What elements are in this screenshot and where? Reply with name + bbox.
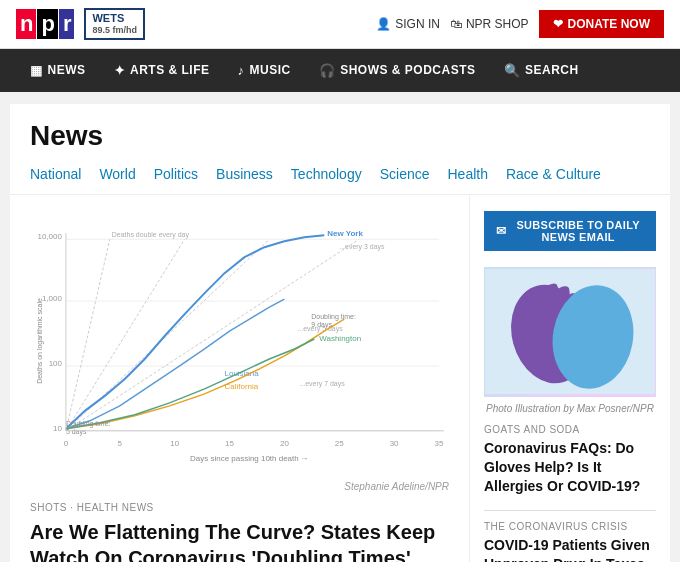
- svg-text:0: 0: [64, 439, 69, 448]
- svg-text:35: 35: [435, 439, 444, 448]
- chart-container: Deaths on logarithmic scale 10,000 1,000…: [30, 211, 449, 471]
- article2-category: THE CORONAVIRUS CRISIS: [484, 521, 656, 532]
- header-actions: 👤 SIGN IN 🛍 NPR SHOP ❤ DONATE NOW: [376, 10, 664, 38]
- tab-national[interactable]: National: [30, 164, 81, 184]
- svg-text:Deaths double every day: Deaths double every day: [112, 231, 190, 239]
- svg-text:15: 15: [225, 439, 234, 448]
- npr-logo[interactable]: n p r: [16, 9, 74, 39]
- article2-title[interactable]: COVID-19 Patients Given Unproven Drug In…: [484, 536, 656, 562]
- svg-text:Doubling time:: Doubling time:: [311, 313, 356, 321]
- tab-politics[interactable]: Politics: [154, 164, 198, 184]
- svg-text:California: California: [225, 382, 259, 391]
- main-article-title[interactable]: Are We Flattening The Curve? States Keep…: [30, 519, 449, 562]
- main-article-category: SHOTS · HEALTH NEWS: [30, 502, 449, 513]
- site-header: n p r WETS 89.5 fm/hd 👤 SIGN IN 🛍 NPR SH…: [0, 0, 680, 49]
- coronavirus-chart: Deaths on logarithmic scale 10,000 1,000…: [30, 211, 449, 471]
- nav-search-label: SEARCH: [525, 63, 579, 77]
- music-icon: ♪: [238, 63, 245, 78]
- subscribe-label: SUBSCRIBE TO DAILY NEWS EMAIL: [512, 219, 644, 243]
- svg-text:10: 10: [53, 424, 62, 433]
- tab-science[interactable]: Science: [380, 164, 430, 184]
- article-divider: [484, 510, 656, 511]
- tab-health[interactable]: Health: [448, 164, 488, 184]
- svg-text:20: 20: [280, 439, 289, 448]
- nav-music-label: MUSIC: [250, 63, 291, 77]
- wets-name: WETS: [92, 12, 124, 24]
- svg-text:30: 30: [390, 439, 399, 448]
- wets-freq: 89.5 fm/hd: [92, 25, 137, 36]
- article1-title[interactable]: Coronavirus FAQs: Do Gloves Help? Is It …: [484, 439, 656, 496]
- svg-text:Deaths on logarithmic scale: Deaths on logarithmic scale: [36, 298, 44, 384]
- sign-in-label: SIGN IN: [395, 17, 440, 31]
- svg-text:5: 5: [118, 439, 123, 448]
- article1-category: GOATS AND SODA: [484, 424, 656, 435]
- npr-p: p: [37, 9, 57, 39]
- svg-text:25: 25: [335, 439, 344, 448]
- right-column: ✉ SUBSCRIBE TO DAILY NEWS EMAIL: [470, 195, 670, 562]
- subscribe-button[interactable]: ✉ SUBSCRIBE TO DAILY NEWS EMAIL: [484, 211, 656, 251]
- arts-icon: ✦: [114, 63, 126, 78]
- donate-button[interactable]: ❤ DONATE NOW: [539, 10, 664, 38]
- left-column: Deaths on logarithmic scale 10,000 1,000…: [10, 195, 470, 562]
- svg-line-24: [66, 239, 359, 431]
- nav-item-arts[interactable]: ✦ ARTS & LIFE: [100, 49, 224, 92]
- logo-area: n p r WETS 89.5 fm/hd: [16, 8, 145, 40]
- search-icon: 🔍: [504, 63, 521, 78]
- page-title: News: [30, 120, 650, 152]
- bag-icon: 🛍: [450, 17, 462, 31]
- nav-news-label: NEWS: [48, 63, 86, 77]
- main-nav: ▦ NEWS ✦ ARTS & LIFE ♪ MUSIC 🎧 SHOWS & P…: [0, 49, 680, 92]
- user-icon: 👤: [376, 17, 391, 31]
- main-content: Deaths on logarithmic scale 10,000 1,000…: [10, 195, 670, 562]
- heart-icon: ❤: [553, 17, 563, 31]
- news-tabs: National World Politics Business Technol…: [30, 164, 650, 184]
- tab-business[interactable]: Business: [216, 164, 273, 184]
- svg-text:9 days: 9 days: [311, 321, 332, 329]
- photo-credit: Photo Illustration by Max Posner/NPR: [484, 403, 656, 414]
- svg-text:Washington: Washington: [319, 334, 361, 343]
- tab-race-culture[interactable]: Race & Culture: [506, 164, 601, 184]
- svg-text:New York: New York: [327, 229, 363, 238]
- svg-text:Doubling time:: Doubling time:: [66, 420, 111, 428]
- gloves-image: [484, 267, 656, 397]
- nav-item-music[interactable]: ♪ MUSIC: [224, 49, 305, 92]
- svg-line-18: [66, 239, 110, 431]
- svg-text:5 days: 5 days: [66, 428, 87, 436]
- svg-text:1,000: 1,000: [42, 294, 63, 303]
- chart-credit: Stephanie Adeline/NPR: [30, 481, 449, 492]
- tab-world[interactable]: World: [99, 164, 135, 184]
- envelope-icon: ✉: [496, 224, 506, 238]
- tab-technology[interactable]: Technology: [291, 164, 362, 184]
- news-section-header: News National World Politics Business Te…: [10, 104, 670, 195]
- nav-item-search[interactable]: 🔍 SEARCH: [490, 49, 593, 92]
- svg-text:100: 100: [49, 359, 63, 368]
- sign-in-button[interactable]: 👤 SIGN IN: [376, 17, 440, 31]
- svg-text:Days since passing 10th death : Days since passing 10th death →: [190, 454, 309, 463]
- nav-item-shows[interactable]: 🎧 SHOWS & PODCASTS: [305, 49, 490, 92]
- npr-n: n: [16, 9, 36, 39]
- nav-item-news[interactable]: ▦ NEWS: [16, 49, 100, 92]
- shop-button[interactable]: 🛍 NPR SHOP: [450, 17, 529, 31]
- donate-label: DONATE NOW: [568, 17, 650, 31]
- npr-r: r: [59, 9, 75, 39]
- shop-label: NPR SHOP: [466, 17, 529, 31]
- gloves-illustration: [485, 269, 655, 394]
- nav-arts-label: ARTS & LIFE: [130, 63, 210, 77]
- headphones-icon: 🎧: [319, 63, 336, 78]
- svg-text:10,000: 10,000: [38, 232, 63, 241]
- news-icon: ▦: [30, 63, 43, 78]
- page-content: News National World Politics Business Te…: [10, 104, 670, 562]
- nav-shows-label: SHOWS & PODCASTS: [340, 63, 475, 77]
- svg-text:10: 10: [170, 439, 179, 448]
- wets-logo[interactable]: WETS 89.5 fm/hd: [84, 8, 145, 40]
- svg-text:...every 7 days: ...every 7 days: [299, 380, 345, 388]
